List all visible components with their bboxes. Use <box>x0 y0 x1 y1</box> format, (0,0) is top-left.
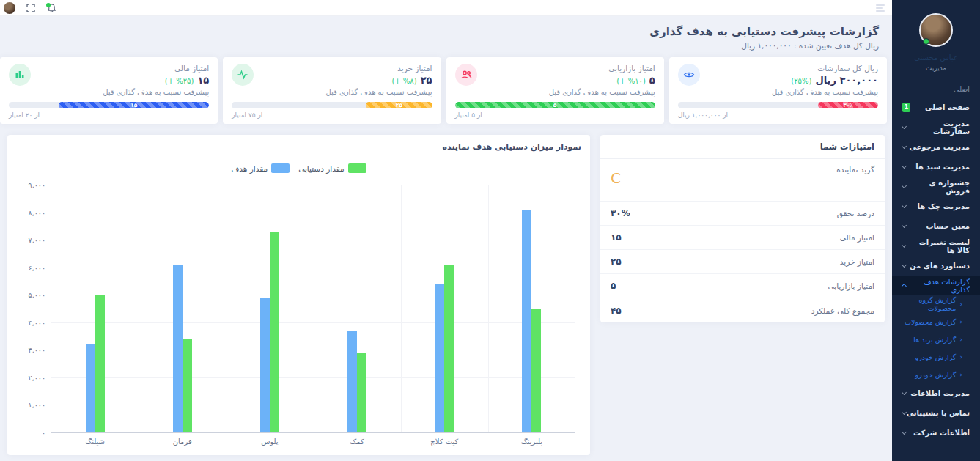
menu-icon[interactable] <box>876 4 885 12</box>
sidebar-item[interactable]: مدیریت چک ها <box>892 196 980 216</box>
score-row-label: امتیاز مالی <box>840 233 874 242</box>
score-row-label: گرید نماینده <box>836 165 874 174</box>
y-axis-tick-label: ۳,۰۰۰ <box>29 346 45 354</box>
stat-card-value: ۲۵ <box>421 75 432 86</box>
legend-label: مقدار هدف <box>231 164 268 173</box>
stat-card-percent: (۲۵%) <box>791 77 811 85</box>
stat-card-value-row: ۲۵(+ %۸) <box>259 75 432 86</box>
sidebar-subitem-label: گزارش برند ها <box>913 336 956 344</box>
sidebar-subitem[interactable]: ‹گزارش برند ها <box>892 331 980 348</box>
stat-card-percent: (+ %۱۰) <box>616 77 646 85</box>
gridline-vertical <box>226 185 226 432</box>
sidebar-item-label: تماس با پشتیبانی <box>907 409 970 417</box>
bar-achieved <box>95 295 105 432</box>
sidebar-subitem-label: گزارش گروه محصولات <box>899 296 956 312</box>
y-axis-tick-label: ۴,۰۰۰ <box>29 318 45 326</box>
bar-target <box>173 265 183 432</box>
bar-achieved <box>357 353 366 432</box>
score-row: امتیاز مالی۱۵ <box>600 226 885 250</box>
sidebar-item[interactable]: گزارشات هدف گذاری <box>892 276 980 295</box>
sidebar-subitem[interactable]: ‹گزارش گروه محصولات <box>892 295 980 313</box>
legend-label: مقدار دستیابی <box>298 164 344 173</box>
stat-card-subtitle: پیشرفت نسبت به هدف گذاری قبل <box>37 88 209 96</box>
sidebar-item[interactable]: جشنواره ی فروش <box>892 177 980 196</box>
sidebar-badge: 1 <box>902 103 910 112</box>
chevron-down-icon <box>902 262 907 268</box>
y-axis-tick-label: ۸,۰۰۰ <box>29 208 45 216</box>
sidebar-subitem[interactable]: ‹گزارش خودرو <box>892 366 980 383</box>
y-axis-tick-label: ۷,۰۰۰ <box>29 236 45 244</box>
stat-card-value: ۵ <box>649 75 655 86</box>
stat-card-text: ریال کل سفارشات۳۰۰,۰۰۰ ریال(۲۵%)پیشرفت ن… <box>706 64 878 96</box>
bar-achieved <box>183 339 192 432</box>
legend-item[interactable]: مقدار هدف <box>231 163 290 173</box>
x-axis-category-label: کمک <box>350 438 364 446</box>
sidebar-item[interactable]: مدیریت سبد ها <box>892 157 980 177</box>
progress-caption: از ۵ امتیاز <box>455 111 655 119</box>
sidebar-item[interactable]: تماس با پشتیبانی <box>892 403 980 423</box>
online-status-dot <box>923 38 929 45</box>
score-row-value: ۴۵ <box>611 306 622 316</box>
stat-card-title: امتیاز بازاریابی <box>483 64 655 73</box>
sidebar-item[interactable]: مدیریت اطلاعات <box>892 383 980 403</box>
score-row: درصد تحقق۳۰% <box>600 202 885 226</box>
sidebar-item[interactable]: لیست تغییرات کالا ها <box>892 236 980 256</box>
stat-card-text: امتیاز خرید۲۵(+ %۸)پیشرفت نسبت به هدف گذ… <box>259 64 432 96</box>
sidebar-subitem[interactable]: ‹گزارش محصولات <box>892 313 980 331</box>
user-avatar[interactable] <box>4 2 15 14</box>
score-row-value: ۱۵ <box>611 232 622 243</box>
stat-card-subtitle: پیشرفت نسبت به هدف گذاری قبل <box>259 88 432 96</box>
legend-swatch <box>348 163 366 173</box>
sidebar-item-label: اطلاعات شرکت <box>913 429 970 437</box>
chevron-down-icon <box>902 429 907 435</box>
stat-cards-row: ریال کل سفارشات۳۰۰,۰۰۰ ریال(۲۵%)پیشرفت ن… <box>0 57 892 124</box>
sidebar-item[interactable]: مدیریت سفارشات <box>892 117 980 137</box>
sidebar-item[interactable]: دستاورد های من <box>892 256 980 276</box>
stat-card-top: ریال کل سفارشات۳۰۰,۰۰۰ ریال(۲۵%)پیشرفت ن… <box>678 64 878 96</box>
stat-card-text: امتیاز مالی۱۵(+ %۲۵)پیشرفت نسبت به هدف گ… <box>37 64 209 96</box>
score-row-label: امتیاز بازاریابی <box>828 281 874 290</box>
progress-fill: ۲۵ <box>366 102 432 108</box>
score-row-label: درصد تحقق <box>837 209 874 218</box>
sidebar-subitem-label: گزارش محصولات <box>905 318 956 326</box>
sidebar-item-label: معین حساب <box>926 222 970 230</box>
bar-target <box>522 210 531 432</box>
sidebar-item[interactable]: اطلاعات شرکت <box>892 423 980 443</box>
chevron-down-icon <box>902 144 907 149</box>
x-axis-category-label: فرمان <box>173 438 192 446</box>
fullscreen-icon[interactable] <box>26 3 36 13</box>
sidebar-item-label: مدیریت مرجوعی <box>909 143 970 151</box>
sidebar-avatar[interactable] <box>919 13 953 47</box>
content-area: گزارشات پیشرفت دستیابی به هدف گذاری ریال… <box>0 16 892 461</box>
sidebar-item[interactable]: معین حساب <box>892 216 980 236</box>
sidebar-item[interactable]: مدیریت مرجوعی <box>892 137 980 157</box>
stat-card-top: امتیاز بازاریابی۵(+ %۱۰)پیشرفت نسبت به ه… <box>455 64 655 96</box>
submenu-bullet-icon: ‹ <box>959 300 962 308</box>
stat-card-text: امتیاز بازاریابی۵(+ %۱۰)پیشرفت نسبت به ه… <box>483 64 655 96</box>
panels-row: امتیازات شما گرید نمایندهCدرصد تحقق۳۰%ام… <box>0 124 892 455</box>
bar-target <box>347 331 357 432</box>
sidebar-item[interactable]: صفحه اصلی1 <box>892 97 980 117</box>
stat-card-value-row: ۱۵(+ %۲۵) <box>37 75 209 86</box>
gridline-vertical <box>488 185 489 432</box>
gridline-vertical <box>139 185 139 432</box>
stat-card-value: ۳۰۰,۰۰۰ ریال <box>815 75 878 86</box>
stat-card-subtitle: پیشرفت نسبت به هدف گذاری قبل <box>483 88 655 96</box>
score-row: گرید نمایندهC <box>600 159 885 202</box>
bar-target <box>435 284 444 432</box>
y-axis-tick-label: ۵,۰۰۰ <box>29 291 45 299</box>
score-row: امتیاز خرید۲۵ <box>600 250 885 274</box>
progress-bar: ۳۰٪ <box>678 102 878 108</box>
score-row-label: امتیاز خرید <box>840 257 874 266</box>
scores-panel: امتیازات شما گرید نمایندهCدرصد تحقق۳۰%ام… <box>600 135 885 322</box>
legend-item[interactable]: مقدار دستیابی <box>298 163 366 173</box>
legend-swatch <box>271 163 290 173</box>
sidebar-item-label: مدیریت سفارشات <box>906 119 970 136</box>
sidebar-subitem[interactable]: ‹گزارش خودرو <box>892 348 980 366</box>
progress-label: ۱۵ <box>130 103 137 108</box>
sidebar-item-label: مدیریت اطلاعات <box>910 389 970 397</box>
chart-legend: مقدار دستیابیمقدار هدف <box>16 163 581 173</box>
notification-bell-icon[interactable] <box>46 3 56 13</box>
bar-target <box>260 298 270 432</box>
page-header: گزارشات پیشرفت دستیابی به هدف گذاری ریال… <box>0 16 892 57</box>
